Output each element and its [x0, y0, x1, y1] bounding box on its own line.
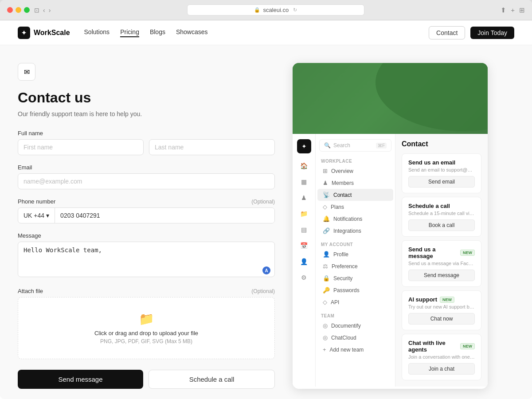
passwords-icon: 🔑 [323, 287, 330, 293]
send-message-app-button[interactable]: Send message [408, 270, 475, 281]
email-input[interactable] [18, 173, 275, 189]
sidebar-icon-chart[interactable]: ▦ [297, 175, 311, 189]
sidebar-icon-settings[interactable]: ⚙ [297, 270, 311, 285]
minimize-button[interactable] [16, 7, 21, 13]
phone-optional: (Optional) [251, 199, 275, 205]
nav-add-team[interactable]: + Add new team [317, 344, 393, 356]
sidebar-icon-folder[interactable]: 📁 [297, 207, 311, 221]
new-tab-icon[interactable]: + [511, 6, 515, 14]
browser-controls: ⊡ ‹ › [34, 7, 51, 14]
message-card-title: Send us a message NEW [408, 246, 475, 259]
email-card: Send us an email Send an email to suppor… [402, 153, 481, 193]
search-placeholder: Search [333, 142, 350, 149]
apps-icon[interactable]: ⊞ [519, 6, 525, 14]
app-logo: ✦ [297, 139, 311, 153]
profile-icon: 👤 [323, 251, 330, 258]
nav-contact[interactable]: 📡 Contact [317, 189, 393, 201]
preference-icon: ⚖ [323, 263, 328, 270]
nav-add-team-label: Add new team [330, 347, 364, 353]
share-icon[interactable]: ⬆ [501, 6, 506, 14]
nav-chatcloud[interactable]: ◎ ChatCloud [317, 332, 393, 344]
nav-profile-label: Profile [333, 251, 348, 258]
notifications-icon: 🔔 [323, 215, 330, 222]
maximize-button[interactable] [24, 7, 30, 13]
search-kbd: ⌘F [376, 143, 387, 149]
mention-badge: A [262, 266, 270, 274]
workplace-section: WORKPLACE ⊞ Overview ♟ Members 📡 [316, 156, 395, 237]
forward-icon[interactable]: › [49, 7, 51, 14]
nav-notifications[interactable]: 🔔 Notifications [317, 213, 393, 225]
leaf-background [293, 63, 488, 134]
book-call-button[interactable]: Book a call [408, 219, 475, 231]
my-account-title: MY ACCOUNT [316, 239, 395, 248]
nav-chatcloud-label: ChatCloud [331, 335, 356, 341]
page-content: ✦ WorkScale Solutions Pricing Blogs Show… [0, 20, 532, 399]
schedule-call-button[interactable]: Schedule a call [149, 370, 275, 389]
upload-icon: 📁 [27, 312, 266, 326]
join-button[interactable]: Join Today [470, 27, 514, 39]
nav-overview[interactable]: ⊞ Overview [317, 165, 393, 177]
nav-preference[interactable]: ⚖ Preference [317, 260, 393, 272]
nav-documentify[interactable]: ◎ Documentify [317, 320, 393, 332]
upload-area[interactable]: 📁 Click or drag and drop to upload your … [18, 297, 275, 359]
nav-members[interactable]: ♟ Members [317, 177, 393, 189]
schedule-card-title: Schedule a call [408, 203, 475, 209]
nav-actions: Contact Join Today [429, 26, 514, 39]
sidebar-toggle-icon[interactable]: ⊡ [34, 7, 39, 14]
attach-group: Attach file (Optional) 📁 Click or drag a… [18, 288, 275, 359]
nav-plans[interactable]: ◇ Plans [317, 201, 393, 213]
chat-now-button[interactable]: Chat now [408, 313, 475, 325]
logo-icon: ✦ [18, 27, 30, 39]
first-name-input[interactable] [18, 139, 144, 155]
attach-label-row: Attach file (Optional) [18, 288, 275, 294]
schedule-card-sub: Schedule a 15-minute call via Google Mee… [408, 211, 475, 216]
app-background [293, 63, 488, 134]
phone-label: Phone number [18, 198, 55, 205]
page-title: Contact us [18, 90, 275, 106]
send-email-button[interactable]: Send email [408, 176, 475, 188]
close-button[interactable] [7, 7, 13, 13]
send-message-button[interactable]: Send message [18, 370, 143, 389]
nav-integrations[interactable]: 🔗 Integrations [317, 225, 393, 237]
app-content-title: Contact [402, 140, 481, 148]
nav-api-label: API [331, 299, 339, 305]
sidebar-icon-list[interactable]: ▤ [297, 223, 311, 237]
nav-links: Solutions Pricing Blogs Showcases [84, 28, 429, 37]
app-search-bar[interactable]: 🔍 Search ⌘F [319, 139, 391, 152]
sidebar-icon-calendar[interactable]: 📅 [297, 239, 311, 253]
last-name-input[interactable] [149, 139, 275, 155]
address-bar[interactable]: 🔒 scaleui.co ↻ [187, 4, 364, 16]
sidebar-icon-people[interactable]: ♟ [297, 191, 311, 205]
email-card-sub: Send an email to support@workscale.com [408, 167, 475, 172]
nav-plans-label: Plans [331, 204, 344, 210]
phone-country-selector[interactable]: UK +44 ▾ [18, 208, 55, 223]
app-window: ✦ 🏠 ▦ ♟ 📁 ▤ 📅 👤 ⚙ 🔍 Sear [293, 134, 488, 387]
workplace-title: WORKPLACE [316, 156, 395, 165]
form-actions: Send message Schedule a call [18, 370, 275, 389]
nav-blogs[interactable]: Blogs [150, 28, 165, 37]
nav-profile[interactable]: 👤 Profile [317, 248, 393, 260]
navbar: ✦ WorkScale Solutions Pricing Blogs Show… [0, 20, 532, 45]
nav-security[interactable]: 🔒 Security [317, 272, 393, 284]
integrations-icon: 🔗 [323, 227, 330, 234]
overview-icon: ⊞ [323, 168, 328, 174]
nav-showcases[interactable]: Showcases [176, 28, 208, 37]
message-input[interactable]: Hello WorkScale team, [18, 242, 275, 277]
reload-icon[interactable]: ↻ [293, 7, 297, 13]
message-group: Message Hello WorkScale team, A [18, 232, 275, 279]
sidebar-icon-user[interactable]: 👤 [297, 254, 311, 269]
contact-button[interactable]: Contact [429, 26, 465, 39]
nav-passwords[interactable]: 🔑 Passwords [317, 284, 393, 296]
nav-api[interactable]: ◇ API [317, 296, 393, 308]
phone-input[interactable] [55, 208, 274, 223]
attach-optional: (Optional) [251, 288, 275, 294]
nav-solutions[interactable]: Solutions [84, 28, 110, 37]
browser-actions: ⬆ + ⊞ [501, 6, 525, 14]
team-title: TEAM [316, 311, 395, 320]
nav-pricing[interactable]: Pricing [120, 28, 139, 37]
page-subtitle: Our friendly support team is here to hel… [18, 110, 275, 117]
app-contact-content: Contact Send us an email Send an email t… [395, 134, 488, 387]
join-chat-button[interactable]: Join a chat [408, 363, 475, 375]
back-icon[interactable]: ‹ [43, 7, 45, 14]
sidebar-icon-home[interactable]: 🏠 [297, 159, 311, 173]
